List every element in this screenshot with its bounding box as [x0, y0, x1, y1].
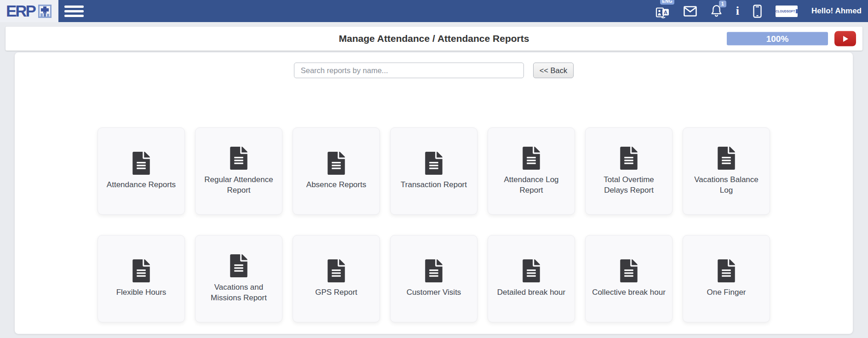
- notifications[interactable]: 1: [711, 5, 722, 17]
- document-icon: [328, 152, 345, 175]
- document-icon: [132, 152, 150, 175]
- report-card[interactable]: Transaction Report: [390, 127, 477, 215]
- report-card[interactable]: Vacations and Missions Report: [195, 235, 282, 322]
- document-icon: [620, 147, 638, 170]
- report-card[interactable]: One Finger: [683, 235, 770, 322]
- report-card-label: Regular Attendence Report: [201, 175, 276, 196]
- progress-bar: 100%: [727, 32, 828, 46]
- info-button[interactable]: i: [736, 5, 739, 17]
- svg-text:ERP: ERP: [6, 2, 36, 20]
- content-panel: << Back Attendance Reports Regular Atten…: [15, 52, 853, 334]
- report-card-label: Detailed break hour: [497, 287, 565, 298]
- report-card[interactable]: GPS Report: [293, 235, 380, 322]
- document-icon: [425, 259, 443, 282]
- report-card[interactable]: Total Overtime Delays Report: [585, 127, 673, 215]
- document-icon: [523, 147, 540, 170]
- report-card-label: One Finger: [707, 287, 746, 298]
- document-icon: [230, 254, 247, 277]
- report-card[interactable]: Customer Visits: [390, 235, 477, 322]
- progress-label: 100%: [766, 34, 789, 44]
- title-bar: Manage Attendance / Attendance Reports 1…: [6, 27, 862, 51]
- brand-badge-text: CLOUDSOFT: [776, 10, 795, 13]
- reports-grid: Attendance Reports Regular Attendence Re…: [98, 127, 770, 322]
- document-icon: [718, 147, 735, 170]
- language-badge: ENG: [660, 0, 674, 5]
- report-card-label: Collective break hour: [592, 287, 666, 298]
- erp-logo-icon: ERP: [6, 2, 53, 20]
- language-switcher[interactable]: ENG A: [655, 4, 670, 18]
- report-card-label: GPS Report: [315, 287, 357, 298]
- report-card-label: Vacations Balance Log: [689, 175, 764, 196]
- document-icon: [718, 259, 735, 282]
- mobile-phone-icon: [753, 5, 762, 18]
- report-card[interactable]: Detailed break hour: [488, 235, 575, 322]
- report-card[interactable]: Absence Reports: [293, 127, 380, 215]
- document-icon: [230, 147, 247, 170]
- menu-hamburger-icon[interactable]: [64, 6, 84, 17]
- document-icon: [523, 259, 540, 282]
- report-card[interactable]: Vacations Balance Log: [683, 127, 770, 215]
- report-card[interactable]: Collective break hour: [585, 235, 673, 322]
- report-card[interactable]: Attendance Reports: [98, 127, 185, 215]
- report-card-label: Flexible Hours: [116, 287, 167, 298]
- document-icon: [328, 259, 345, 282]
- title-controls: 100%: [727, 31, 856, 46]
- header-actions: ENG A: [655, 0, 863, 22]
- report-card-label: Attendance Reports: [107, 180, 176, 190]
- document-icon: [425, 152, 443, 175]
- document-icon: [132, 259, 150, 282]
- app-viewport: ERP ENG: [0, 0, 868, 338]
- svg-text:A: A: [664, 9, 667, 15]
- search-row: << Back: [15, 52, 853, 78]
- report-card-label: Transaction Report: [401, 180, 467, 190]
- document-icon: [620, 259, 638, 282]
- mail-icon: [684, 6, 697, 17]
- search-input[interactable]: [294, 63, 524, 78]
- report-card-label: Total Overtime Delays Report: [591, 175, 667, 196]
- translate-icon: A: [655, 4, 670, 18]
- back-button[interactable]: << Back: [533, 63, 574, 78]
- user-greeting: Hello! Ahmed: [811, 6, 863, 16]
- report-card-label: Attendance Log Report: [494, 175, 569, 196]
- report-card[interactable]: Attendance Log Report: [488, 127, 575, 215]
- play-button[interactable]: [834, 31, 856, 46]
- brand-badge-mark: [796, 9, 798, 13]
- report-card[interactable]: Regular Attendence Report: [195, 127, 282, 215]
- info-icon: i: [736, 5, 739, 17]
- report-card-label: Vacations and Missions Report: [201, 282, 276, 304]
- report-card-label: Customer Visits: [407, 287, 461, 298]
- app-logo[interactable]: ERP: [0, 0, 58, 22]
- messages[interactable]: [684, 6, 697, 17]
- app-header: ERP ENG: [0, 0, 868, 22]
- mobile-app-button[interactable]: [753, 5, 762, 18]
- brand-badge[interactable]: CLOUDSOFT: [776, 6, 798, 17]
- play-icon: [842, 35, 849, 42]
- notification-badge: 1: [719, 0, 726, 7]
- report-card-label: Absence Reports: [306, 180, 366, 190]
- report-card[interactable]: Flexible Hours: [98, 235, 185, 322]
